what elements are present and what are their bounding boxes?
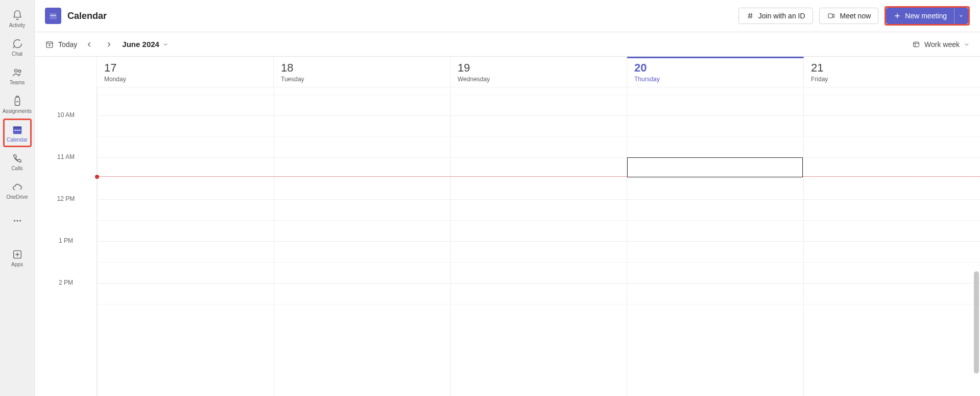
calendar-view-icon [912, 40, 920, 49]
view-switcher[interactable]: Work week [912, 40, 970, 49]
rail-onedrive[interactable]: OneDrive [3, 176, 32, 204]
month-picker[interactable]: June 2024 [122, 40, 169, 49]
rail-chat-label: Chat [12, 51, 22, 57]
rail-calls-label: Calls [11, 166, 22, 171]
rail-calls[interactable]: Calls [3, 147, 32, 176]
hour-label: 11 AM [35, 153, 97, 160]
calendar-app-icon [45, 8, 61, 24]
rail-assignments-label: Assignments [3, 108, 32, 114]
apps-icon [11, 248, 23, 261]
svg-point-0 [14, 69, 17, 72]
rail-teams-label: Teams [10, 80, 25, 85]
new-meeting-label: New meeting [905, 12, 947, 20]
meet-now-button[interactable]: Meet now [819, 8, 879, 24]
day-name: Thursday [634, 76, 796, 83]
day-header[interactable]: 20Thursday [627, 57, 804, 87]
next-week-button[interactable] [102, 37, 116, 52]
hour-label: 2 PM [35, 279, 97, 286]
day-header[interactable]: 18Tuesday [274, 57, 450, 87]
video-icon [827, 12, 836, 20]
calendar-today-icon [45, 40, 54, 49]
day-number: 18 [281, 61, 443, 75]
day-number: 19 [458, 61, 619, 75]
current-time-indicator [97, 176, 980, 177]
join-with-id-button[interactable]: Join with an ID [738, 8, 813, 24]
day-header[interactable]: 21Friday [804, 57, 980, 87]
svg-rect-6 [18, 130, 20, 131]
calendar-body[interactable]: 10 AM11 AM12 PM1 PM2 PM [35, 87, 980, 396]
svg-rect-11 [50, 13, 57, 19]
day-name: Wednesday [458, 76, 619, 83]
bell-icon [11, 9, 23, 21]
today-label: Today [58, 40, 77, 49]
day-name: Monday [104, 76, 266, 83]
day-name: Friday [811, 76, 973, 83]
backpack-icon [11, 95, 23, 107]
rail-teams[interactable]: Teams [3, 61, 32, 90]
svg-point-9 [19, 220, 20, 221]
today-button[interactable]: Today [45, 40, 77, 49]
svg-point-8 [16, 220, 18, 221]
phone-icon [11, 152, 23, 165]
selected-time-slot[interactable] [627, 157, 803, 177]
month-label: June 2024 [122, 40, 159, 49]
day-number: 20 [634, 61, 796, 75]
hour-label: 1 PM [35, 237, 97, 244]
chat-icon [11, 38, 23, 50]
svg-point-7 [13, 220, 15, 221]
chevron-down-icon [964, 41, 970, 48]
rail-activity-label: Activity [9, 22, 26, 28]
svg-rect-12 [51, 15, 52, 16]
rail-calendar-label: Calendar [7, 137, 28, 143]
day-number: 21 [811, 61, 973, 75]
day-header[interactable]: 17Monday [97, 57, 274, 87]
day-header[interactable]: 19Wednesday [450, 57, 627, 87]
new-meeting-highlight: New meeting [885, 6, 970, 26]
day-name: Tuesday [281, 76, 443, 83]
people-icon [11, 66, 23, 79]
rail-apps[interactable]: Apps [3, 243, 32, 272]
day-number: 17 [104, 61, 266, 75]
new-meeting-caret[interactable] [954, 8, 968, 24]
calendar-icon [11, 124, 23, 136]
svg-rect-14 [54, 15, 56, 16]
join-with-id-label: Join with an ID [758, 12, 805, 20]
svg-rect-15 [828, 14, 832, 18]
page-title: Calendar [67, 11, 107, 21]
rail-apps-label: Apps [11, 262, 23, 267]
calendar-grid: 17Monday18Tuesday19Wednesday20Thursday21… [35, 57, 980, 396]
page-header: Calendar Join with an ID Meet now [35, 0, 980, 32]
rail-calendar[interactable]: Calendar [3, 119, 32, 147]
ellipsis-icon [11, 215, 23, 227]
svg-rect-5 [16, 130, 18, 131]
rail-assignments[interactable]: Assignments [3, 90, 32, 119]
hash-icon [746, 12, 754, 20]
hour-label: 12 PM [35, 195, 97, 202]
calendar-toolbar: Today June 2024 Work week [35, 32, 980, 57]
rail-chat[interactable]: Chat [3, 33, 32, 61]
svg-rect-3 [13, 126, 21, 128]
svg-point-1 [18, 69, 21, 72]
app-rail: Activity Chat Teams Assignments Calendar [0, 0, 35, 396]
hour-label: 10 AM [35, 111, 97, 119]
svg-rect-4 [14, 130, 16, 131]
rail-activity[interactable]: Activity [3, 4, 32, 33]
plus-icon [894, 12, 901, 19]
svg-rect-17 [914, 42, 919, 46]
meet-now-label: Meet now [840, 12, 871, 20]
scrollbar[interactable] [974, 271, 979, 374]
new-meeting-button[interactable]: New meeting [886, 8, 954, 24]
rail-onedrive-label: OneDrive [6, 194, 28, 200]
prev-week-button[interactable] [82, 37, 97, 52]
view-label: Work week [924, 40, 960, 49]
chevron-down-icon [162, 41, 169, 48]
svg-rect-13 [53, 15, 54, 16]
rail-more[interactable] [3, 206, 32, 235]
cloud-icon [11, 181, 23, 193]
